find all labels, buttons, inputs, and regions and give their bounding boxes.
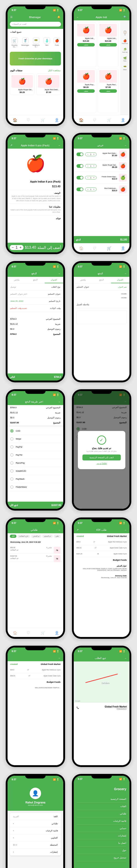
heart-icon[interactable]: ♡ bbox=[11, 75, 13, 78]
back-icon[interactable]: → bbox=[124, 657, 127, 660]
back-icon[interactable]: → bbox=[58, 144, 60, 147]
cart-tab[interactable]: 🛒 bbox=[107, 246, 110, 250]
home-tab[interactable]: 🏠 bbox=[13, 631, 16, 634]
note-input[interactable] bbox=[77, 310, 127, 324]
product-card[interactable]: ♡🍎Apple Red Delic...$7.00 bbox=[36, 73, 61, 95]
payment-option[interactable]: FlutterWave bbox=[7, 483, 63, 491]
tab-address[interactable]: العنوان bbox=[111, 277, 130, 283]
order-card[interactable]: 🛍 $1037.988 عناصر قيد المعالجة bbox=[7, 553, 63, 562]
checkout-button[interactable]: الدفع bbox=[76, 238, 81, 241]
menu-orders[interactable]: ›طلباتي bbox=[10, 820, 61, 827]
add-button[interactable]: يضيف bbox=[77, 89, 95, 93]
cart-tab[interactable]: 🛒 bbox=[41, 631, 44, 634]
drawer-home[interactable]: الصفحة الرئيسية bbox=[77, 796, 126, 803]
home-button[interactable]: اذهب إلى الصفحة الرئيسية bbox=[82, 455, 121, 460]
menu-icon[interactable]: ☰ bbox=[10, 16, 12, 19]
next-button[interactable]: التالي bbox=[10, 376, 15, 378]
toggle[interactable] bbox=[77, 164, 83, 168]
back-icon[interactable]: → bbox=[58, 272, 60, 275]
qty-stepper[interactable]: −1+ bbox=[85, 176, 97, 180]
sidebar-category[interactable]: 🥗Salads bbox=[121, 64, 129, 71]
home-tab[interactable]: 🏠 bbox=[79, 118, 83, 122]
category-item[interactable]: 🧴Skin bbox=[43, 37, 51, 48]
add-button[interactable]: يضيف bbox=[77, 43, 95, 46]
sidebar-category[interactable]: 📋All bbox=[121, 30, 129, 36]
tab-summary[interactable]: ملخص bbox=[74, 277, 92, 283]
category-item[interactable]: 🥤Beverages bbox=[21, 37, 30, 48]
category-item[interactable]: 🍎Fruits bbox=[53, 37, 61, 48]
cart-tab[interactable]: 🛒 bbox=[41, 118, 44, 122]
back-icon[interactable]: → bbox=[124, 272, 127, 275]
payment-option[interactable]: RazorPay bbox=[7, 459, 63, 467]
profile-tab[interactable]: 👤 bbox=[121, 118, 125, 122]
tab-payment[interactable]: الدفع bbox=[92, 277, 111, 283]
drawer-notifications[interactable]: إشعارات bbox=[77, 832, 126, 839]
menu-notifications[interactable]: ›إشعارات bbox=[10, 848, 61, 856]
qty-stepper[interactable]: −1+ bbox=[85, 188, 97, 191]
tab-summary[interactable]: ملخص bbox=[7, 277, 26, 283]
heart-tab[interactable]: ♡ bbox=[93, 246, 97, 250]
qty-control[interactable]: −1+ bbox=[10, 245, 24, 250]
menu-wallet[interactable]: $0.0المحفظة bbox=[10, 841, 61, 848]
cart-tab[interactable]: 🛒 bbox=[107, 118, 110, 122]
heart-icon[interactable]: ♡ bbox=[99, 70, 101, 72]
search-input[interactable]: البحث عن المنتجات bbox=[10, 22, 61, 27]
qty-stepper[interactable]: −1+ bbox=[85, 153, 97, 156]
heart-icon[interactable]: ♡ bbox=[77, 24, 79, 26]
drawer-logout[interactable]: تسجيل خروج bbox=[77, 854, 126, 861]
category-item[interactable]: 🛒Grocery, Co... bbox=[10, 37, 19, 48]
call-icon[interactable]: 📞 bbox=[77, 707, 79, 709]
drawer-about[interactable]: حول bbox=[77, 847, 126, 854]
heart-tab[interactable]: ♡ bbox=[93, 118, 97, 122]
promo-banner[interactable]: Fresh Groceries at your doorsteps bbox=[10, 52, 61, 65]
menu-addresses[interactable]: ›العناوين bbox=[10, 834, 61, 841]
add-button[interactable]: يضيف bbox=[99, 89, 117, 93]
toggle[interactable] bbox=[77, 176, 83, 180]
qty-stepper[interactable]: −1+ bbox=[85, 164, 97, 168]
view-all-link[interactable]: مشاهدة الكل bbox=[48, 69, 60, 72]
category-item[interactable]: 🥗Healthy & O... bbox=[31, 37, 41, 48]
heart-icon[interactable]: ♡ bbox=[99, 24, 101, 26]
drawer-wishlist[interactable]: قائمة الرغبات bbox=[77, 817, 126, 825]
minus-icon[interactable]: − bbox=[12, 245, 14, 250]
tab-payment[interactable]: الدفع bbox=[26, 277, 45, 283]
order-type-field[interactable]: توصيلنوع الطلب bbox=[7, 283, 63, 290]
back-icon[interactable]: ← bbox=[77, 16, 79, 19]
tab-address[interactable]: العنوان bbox=[45, 277, 63, 283]
back-icon[interactable]: → bbox=[124, 529, 127, 531]
toggle[interactable] bbox=[77, 153, 83, 156]
drawer-account[interactable]: حسابي bbox=[77, 825, 126, 832]
payment-option[interactable]: PayTM bbox=[7, 451, 63, 459]
plus-icon[interactable]: + bbox=[19, 245, 21, 250]
profile-tab[interactable]: 👤 bbox=[55, 631, 58, 634]
change-address-link[interactable]: تغيير العنوان bbox=[118, 286, 127, 288]
profile-tab[interactable]: 👤 bbox=[55, 118, 58, 122]
share-icon[interactable]: ↗ bbox=[77, 528, 79, 531]
search-icon[interactable]: 🔍 bbox=[124, 16, 127, 19]
toggle[interactable] bbox=[77, 188, 83, 191]
location[interactable]: Bhatnagar bbox=[29, 16, 41, 19]
filter-chip[interactable]: جاري المعالجة bbox=[17, 535, 30, 538]
filter-chip[interactable]: ملغي bbox=[54, 535, 61, 538]
add-cart-button[interactable]: أضف إلى السلة bbox=[38, 245, 61, 250]
view-order-link[interactable]: عرض Order bbox=[82, 462, 121, 465]
address-field[interactable]: اختر عنوان التسليمعنوان التسليم bbox=[7, 290, 63, 298]
share-icon[interactable]: ↗ bbox=[10, 144, 12, 147]
profile-tab[interactable]: 👤 bbox=[121, 246, 125, 250]
time-field[interactable]: تحديد وقت التسليموقت الولادة bbox=[7, 305, 63, 312]
heart-tab[interactable]: ♡ bbox=[27, 631, 30, 634]
product-card[interactable]: ♡🍎Apple Indi...$13.40يضيف bbox=[98, 22, 119, 67]
drawer-categories[interactable]: الفئات bbox=[77, 803, 126, 810]
product-card[interactable]: ♡🍎Apple Red...$7.00يضيف bbox=[98, 68, 119, 113]
pay-button[interactable]: ادفع الآن bbox=[10, 504, 18, 506]
filter-chip[interactable]: تم الشحن bbox=[31, 535, 41, 538]
add-button[interactable]: يضيف bbox=[99, 43, 117, 46]
avatar[interactable]: 👤 bbox=[30, 787, 41, 799]
product-card[interactable]: ♡🍎Apple Indi...$13.40يضيف bbox=[76, 22, 96, 67]
drawer-contact[interactable]: اتصل بنا bbox=[77, 839, 126, 847]
home-tab[interactable]: 🏠 bbox=[79, 246, 83, 250]
heart-tab[interactable]: ♡ bbox=[27, 118, 30, 122]
menu-wishlist[interactable]: ›قائمة الرغبات bbox=[10, 827, 61, 834]
drawer-orders[interactable]: طلباتي bbox=[77, 810, 126, 817]
back-icon[interactable]: → bbox=[58, 400, 60, 403]
